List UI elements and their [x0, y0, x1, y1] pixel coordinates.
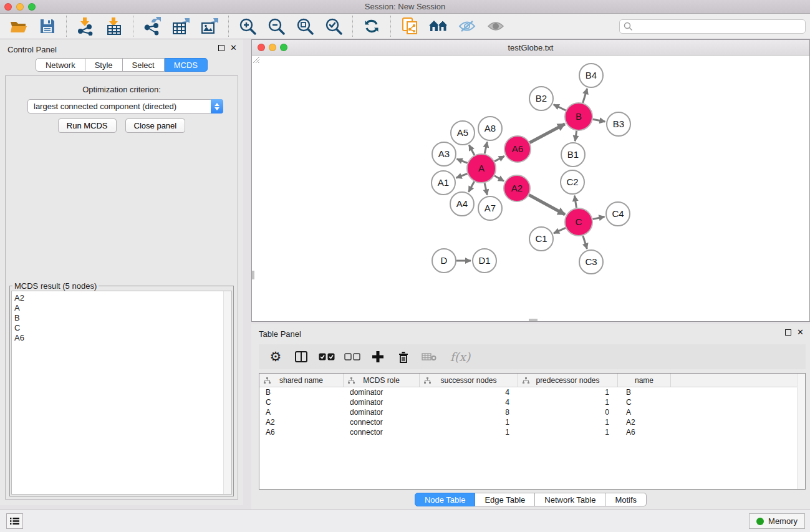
column-selector-button[interactable]	[293, 349, 309, 365]
close-table-panel-icon[interactable]: ✕	[797, 328, 804, 336]
show-all-button[interactable]	[485, 16, 507, 37]
add-column-button[interactable]	[370, 349, 386, 365]
column-header-shared-name[interactable]: shared name	[259, 374, 344, 387]
table-row[interactable]: A2connector11A2	[259, 417, 805, 427]
edge-A-A7[interactable]	[485, 183, 487, 195]
minimize-network-window-button[interactable]	[269, 44, 276, 51]
table-cell[interactable]: 1	[420, 428, 518, 437]
home-button[interactable]	[427, 16, 450, 37]
save-session-button[interactable]	[36, 16, 59, 37]
edge-C-C4[interactable]	[593, 216, 605, 219]
zoom-selected-button[interactable]	[322, 16, 345, 37]
table-cell[interactable]: C	[259, 398, 344, 407]
network-horizontal-scrollbar[interactable]	[529, 319, 538, 321]
network-vertical-scrollbar[interactable]	[252, 271, 254, 279]
deselect-all-button[interactable]	[344, 349, 360, 365]
close-network-window-button[interactable]	[258, 44, 265, 51]
table-row[interactable]: Bdominator41B	[259, 387, 805, 397]
node-A4[interactable]: A4	[450, 192, 474, 216]
table-scrollbar[interactable]	[797, 374, 805, 489]
node-C2[interactable]: C2	[561, 170, 584, 194]
node-A7[interactable]: A7	[478, 196, 502, 220]
column-header-predecessor-nodes[interactable]: predecessor nodes	[518, 374, 618, 387]
export-image-button[interactable]	[198, 16, 221, 37]
search-input[interactable]	[619, 19, 806, 34]
node-A1[interactable]: A1	[432, 171, 455, 195]
zoom-in-button[interactable]	[236, 16, 259, 37]
table-cell[interactable]: 1	[518, 418, 618, 427]
tab-edge-table[interactable]: Edge Table	[475, 493, 535, 506]
first-neighbors-button[interactable]	[398, 16, 421, 37]
node-C3[interactable]: C3	[579, 250, 603, 274]
run-mcds-button[interactable]: Run MCDS	[58, 118, 117, 133]
hide-selected-button[interactable]	[456, 16, 478, 37]
table-cell[interactable]: 1	[518, 388, 618, 397]
edge-C-C3[interactable]	[583, 236, 587, 249]
edge-C-C1[interactable]	[554, 228, 566, 233]
table-settings-button[interactable]: ⚙	[268, 349, 284, 365]
result-item[interactable]: B	[12, 313, 231, 323]
zoom-network-window-button[interactable]	[280, 44, 287, 51]
table-cell[interactable]: 1	[420, 418, 518, 427]
table-cell[interactable]: dominator	[344, 408, 420, 417]
network-window-titlebar[interactable]: testGlobe.txt	[252, 40, 809, 56]
table-cell[interactable]: 8	[420, 408, 518, 417]
zoom-window-button[interactable]	[28, 3, 36, 11]
table-cell[interactable]: B	[259, 388, 344, 397]
node-B2[interactable]: B2	[529, 87, 553, 110]
node-A[interactable]: A	[467, 154, 496, 183]
table-cell[interactable]: 4	[420, 388, 518, 397]
node-D[interactable]: D	[432, 249, 456, 273]
optimization-criterion-select[interactable]: largest connected component (directed)	[27, 99, 223, 114]
node-C4[interactable]: C4	[606, 202, 630, 226]
table-cell[interactable]: A2	[259, 418, 344, 427]
edge-A-A5[interactable]	[469, 145, 475, 155]
tab-node-table[interactable]: Node Table	[415, 493, 476, 506]
close-panel-icon[interactable]: ✕	[230, 44, 237, 52]
table-cell[interactable]: 1	[518, 428, 618, 437]
table-cell[interactable]: dominator	[344, 388, 420, 397]
column-header-successor-nodes[interactable]: successor nodes	[420, 374, 518, 387]
zoom-out-button[interactable]	[265, 16, 287, 37]
node-B[interactable]: B	[565, 103, 592, 130]
export-table-button[interactable]	[170, 16, 192, 37]
select-all-button[interactable]	[319, 349, 335, 365]
edge-A-A8[interactable]	[485, 142, 487, 153]
node-C[interactable]: C	[565, 208, 592, 236]
edge-C-C2[interactable]	[574, 196, 576, 208]
edge-B-B1[interactable]	[575, 131, 576, 141]
tab-network[interactable]: Network	[36, 58, 85, 72]
delete-table-button[interactable]	[421, 349, 437, 365]
function-builder-button[interactable]: f(x)	[446, 349, 474, 365]
edge-B-B2[interactable]	[554, 105, 566, 110]
resize-grip-icon[interactable]	[252, 56, 260, 64]
result-list-scrollbar[interactable]	[223, 291, 231, 494]
edge-B-B3[interactable]	[593, 119, 605, 122]
node-A2[interactable]: A2	[504, 175, 530, 201]
close-panel-button[interactable]: Close panel	[125, 118, 186, 133]
network-canvas[interactable]: B4B2BB3A5A8A6B1A3AA1C2A2A4A7C4CC1C3DD1	[252, 56, 809, 321]
table-row[interactable]: A6connector11A6	[259, 427, 805, 437]
show-panels-button[interactable]	[6, 513, 23, 529]
table-cell[interactable]: A6	[259, 428, 344, 437]
table-cell[interactable]: 0	[518, 408, 618, 417]
tab-motifs[interactable]: Motifs	[605, 493, 647, 506]
zoom-fit-button[interactable]	[294, 16, 316, 37]
table-row[interactable]: Cdominator41C	[259, 397, 805, 407]
node-C1[interactable]: C1	[529, 227, 553, 251]
node-B1[interactable]: B1	[561, 143, 585, 167]
table-cell[interactable]: connector	[344, 428, 420, 437]
import-table-button[interactable]	[103, 16, 125, 37]
edge-A-A6[interactable]	[494, 156, 504, 161]
table-cell[interactable]: A6	[618, 428, 671, 437]
node-A8[interactable]: A8	[478, 117, 502, 140]
minimize-window-button[interactable]	[16, 3, 24, 11]
table-row[interactable]: Adominator80A	[259, 407, 805, 417]
tab-style[interactable]: Style	[85, 58, 123, 72]
table-cell[interactable]: connector	[344, 418, 420, 427]
edge-A-A2[interactable]	[494, 176, 504, 181]
import-network-button[interactable]	[74, 16, 97, 37]
close-window-button[interactable]	[4, 3, 12, 11]
table-cell[interactable]: A	[618, 408, 671, 417]
table-cell[interactable]: C	[618, 398, 671, 407]
